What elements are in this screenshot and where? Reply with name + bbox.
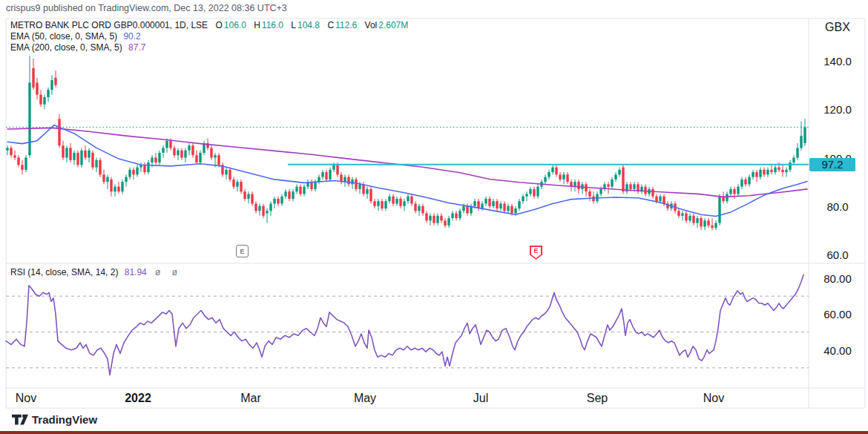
open-value: 106.0 — [224, 20, 246, 30]
tradingview-logo-icon — [12, 414, 28, 425]
ema50-label: EMA (50, close, 0, SMA, 5) — [10, 31, 117, 42]
time-tick: May — [335, 392, 395, 405]
earnings-marker-icon[interactable]: E — [530, 246, 542, 260]
time-tick: Sep — [568, 392, 627, 405]
price-tick: 140.0 — [812, 55, 864, 68]
price-tick: 80.0 — [812, 200, 864, 213]
ema50-value: 90.2 — [123, 31, 140, 42]
price-line-label[interactable]: 97.2 — [809, 158, 855, 171]
rsi-tick: 40.00 — [812, 344, 864, 357]
time-tick: Jul — [451, 392, 510, 405]
price-tick: 60.0 — [812, 249, 864, 261]
time-tick: 2022 — [108, 392, 168, 405]
symbol-title: METRO BANK PLC ORD GBP0.000001, 1D, LSE — [10, 20, 208, 30]
time-tick: Nov — [684, 392, 743, 405]
rsi-label: RSI (14, close, SMA, 14, 2) — [10, 267, 118, 277]
low-value: 104.8 — [297, 20, 320, 30]
price-tick: 120.0 — [812, 103, 864, 116]
rsi-value: 81.94 — [125, 267, 147, 277]
high-value: 116.0 — [262, 20, 283, 30]
open-label: O — [215, 20, 222, 30]
low-label: L — [291, 20, 296, 30]
close-label: C — [327, 20, 334, 30]
bottom-banner-edge — [0, 431, 868, 434]
time-tick: Mar — [221, 392, 280, 405]
tradingview-published-chart: crispus9 published on TradingView.com, D… — [0, 0, 868, 434]
tradingview-logo-text: TradingView — [32, 413, 97, 426]
rsi-tick: 80.00 — [812, 272, 864, 285]
close-value: 112.6 — [335, 20, 357, 30]
rsi-tick: 60.00 — [812, 308, 864, 320]
rsi-hidden-values: ø ø — [155, 267, 182, 277]
chart-canvas[interactable] — [0, 0, 868, 434]
ema200-label: EMA (200, close, 0, SMA, 5) — [10, 42, 122, 53]
symbol-legend-row[interactable]: METRO BANK PLC ORD GBP0.000001, 1D, LSE … — [10, 20, 408, 30]
ema200-value: 87.7 — [128, 42, 145, 53]
rsi-legend-row[interactable]: RSI (14, close, SMA, 14, 2) 81.94 ø ø — [10, 267, 182, 277]
ema50-legend-row[interactable]: EMA (50, close, 0, SMA, 5) 90.2 — [10, 31, 141, 42]
earnings-marker-icon[interactable]: E — [236, 245, 249, 257]
volume-label: Vol — [365, 20, 378, 30]
high-label: H — [254, 20, 260, 30]
time-tick: Nov — [0, 392, 56, 405]
tradingview-logo[interactable]: TradingView — [12, 413, 97, 426]
volume-value: 2.607M — [378, 20, 408, 30]
ema200-legend-row[interactable]: EMA (200, close, 0, SMA, 5) 87.7 — [10, 42, 145, 53]
